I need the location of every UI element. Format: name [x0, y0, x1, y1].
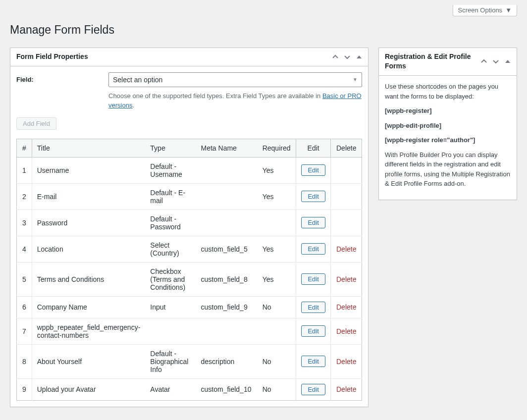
row-type: Default - E-mail	[145, 183, 196, 210]
shortcode: [wppb-register role="author"]	[385, 135, 511, 145]
row-required	[258, 318, 296, 344]
row-title: Username	[32, 157, 145, 183]
row-meta	[196, 318, 258, 344]
row-required: Yes	[258, 236, 296, 262]
row-type	[145, 318, 196, 344]
field-label: Field:	[16, 72, 101, 83]
row-num: 1	[17, 157, 32, 183]
side-outro: With Profile Builder Pro you can display…	[385, 150, 511, 189]
table-row: 2E-mailDefault - E-mailYesEdit	[17, 183, 362, 210]
move-down-button[interactable]	[341, 48, 353, 66]
shortcode: [wppb-edit-profile]	[385, 121, 511, 131]
row-required: Yes	[258, 262, 296, 296]
row-type: Checkbox (Terms and Conditions)	[145, 262, 196, 296]
edit-button[interactable]: Edit	[301, 325, 325, 337]
edit-button[interactable]: Edit	[301, 191, 325, 202]
row-title: wppb_repeater_field_emergency-contact-nu…	[32, 318, 145, 344]
caret-up-icon	[504, 58, 511, 65]
chevron-up-icon	[331, 53, 339, 61]
row-meta: custom_field_9	[196, 296, 258, 318]
row-meta: description	[196, 344, 258, 378]
add-field-button[interactable]: Add Field	[16, 117, 56, 130]
chevron-up-icon	[480, 57, 488, 65]
table-row: 1UsernameDefault - UsernameYesEdit	[17, 157, 362, 183]
row-type: Avatar	[145, 378, 196, 400]
edit-button[interactable]: Edit	[301, 302, 325, 313]
caret-down-icon: ▼	[505, 6, 512, 14]
row-num: 8	[17, 344, 32, 378]
edit-button[interactable]: Edit	[301, 243, 325, 255]
move-up-button[interactable]	[329, 48, 341, 66]
col-header-meta: Meta Name	[196, 139, 258, 157]
col-header-num: #	[17, 139, 32, 157]
row-meta	[196, 210, 258, 236]
table-row: 4LocationSelect (Country)custom_field_5Y…	[17, 236, 362, 262]
row-type: Input	[145, 296, 196, 318]
col-header-delete: Delete	[331, 139, 362, 157]
row-type: Select (Country)	[145, 236, 196, 262]
edit-button[interactable]: Edit	[301, 164, 325, 176]
field-type-select[interactable]: Select an option ▼	[108, 72, 362, 87]
page-title: Manage Form Fields	[10, 18, 517, 40]
row-type: Default - Username	[145, 157, 196, 183]
row-title: Company Name	[32, 296, 145, 318]
panel-title: Form Field Properties	[10, 48, 94, 66]
delete-button[interactable]: Delete	[336, 327, 356, 335]
shortcode: [wppb-register]	[385, 106, 511, 116]
caret-up-icon	[356, 53, 363, 60]
caret-down-icon: ▼	[353, 77, 358, 82]
row-num: 3	[17, 210, 32, 236]
row-required: Yes	[258, 157, 296, 183]
registration-forms-panel: Registration & Edit Profile Forms	[378, 48, 517, 200]
edit-button[interactable]: Edit	[301, 273, 325, 285]
row-type: Default - Password	[145, 210, 196, 236]
form-field-properties-panel: Form Field Properties	[10, 48, 369, 407]
chevron-down-icon	[343, 53, 351, 61]
row-num: 2	[17, 183, 32, 210]
select-placeholder: Select an option	[113, 76, 162, 84]
delete-button[interactable]: Delete	[336, 385, 356, 393]
toggle-panel-button[interactable]	[353, 48, 365, 66]
row-title: Location	[32, 236, 145, 262]
row-required: No	[258, 296, 296, 318]
row-num: 5	[17, 262, 32, 296]
edit-button[interactable]: Edit	[301, 217, 325, 228]
move-up-button[interactable]	[478, 52, 490, 70]
row-meta: custom_field_10	[196, 378, 258, 400]
row-num: 4	[17, 236, 32, 262]
row-title: Upload your Avatar	[32, 378, 145, 400]
row-num: 9	[17, 378, 32, 400]
row-required: Yes	[258, 183, 296, 210]
table-row: 7wppb_repeater_field_emergency-contact-n…	[17, 318, 362, 344]
row-meta: custom_field_8	[196, 262, 258, 296]
col-header-title: Title	[32, 139, 145, 157]
row-num: 6	[17, 296, 32, 318]
col-header-required: Required	[258, 139, 296, 157]
row-required	[258, 210, 296, 236]
edit-button[interactable]: Edit	[301, 356, 325, 367]
chevron-down-icon	[492, 57, 500, 65]
fields-table: # Title Type Meta Name Required Edit Del…	[16, 139, 362, 401]
row-title: Terms and Conditions	[32, 262, 145, 296]
delete-button[interactable]: Delete	[336, 303, 356, 311]
row-num: 7	[17, 318, 32, 344]
screen-options-button[interactable]: Screen Options ▼	[453, 5, 517, 16]
table-row: 3PasswordDefault - PasswordEdit	[17, 210, 362, 236]
table-row: 9Upload your AvatarAvatarcustom_field_10…	[17, 378, 362, 400]
toggle-panel-button[interactable]	[502, 52, 514, 70]
delete-button[interactable]: Delete	[336, 358, 356, 366]
row-meta	[196, 183, 258, 210]
table-row: 6Company NameInputcustom_field_9NoEditDe…	[17, 296, 362, 318]
screen-options-label: Screen Options	[458, 6, 503, 14]
move-down-button[interactable]	[490, 52, 502, 70]
col-header-edit: Edit	[296, 139, 331, 157]
delete-button[interactable]: Delete	[336, 275, 356, 283]
row-title: E-mail	[32, 183, 145, 210]
side-intro: Use these shortcodes on the pages you wa…	[385, 82, 511, 101]
table-row: 5Terms and ConditionsCheckbox (Terms and…	[17, 262, 362, 296]
col-header-type: Type	[145, 139, 196, 157]
row-type: Default - Biographical Info	[145, 344, 196, 378]
row-meta	[196, 157, 258, 183]
delete-button[interactable]: Delete	[336, 245, 356, 253]
edit-button[interactable]: Edit	[301, 384, 325, 395]
